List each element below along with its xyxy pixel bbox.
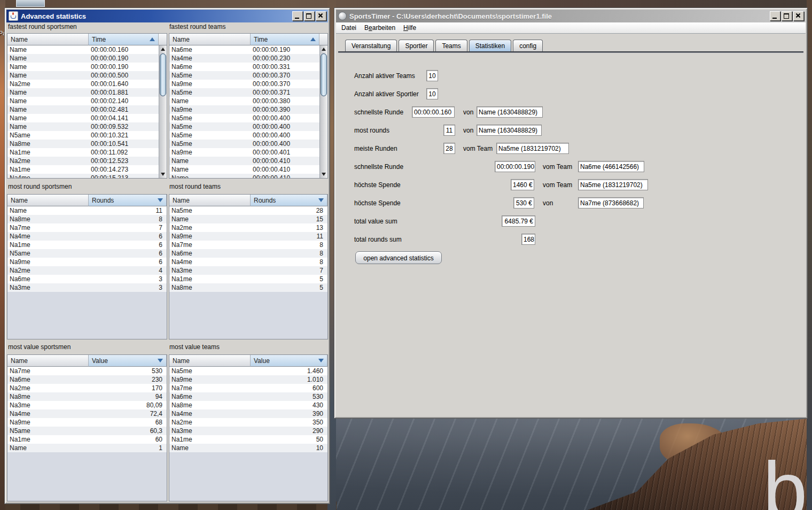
column-header-time[interactable]: Time (89, 34, 159, 45)
table-row[interactable]: Na4me8 (169, 258, 327, 266)
minimize-button[interactable] (292, 11, 303, 21)
table-row[interactable]: Na1me60 (7, 435, 167, 444)
table-row[interactable]: Na2me170 (7, 384, 167, 392)
table-row[interactable]: Na8me430 (169, 401, 327, 409)
title-bar[interactable]: SportsTimer - C:\Users\derhecht\Document… (336, 10, 806, 22)
source-field[interactable]: Na6me (466142566) (578, 161, 644, 172)
open-advanced-statistics-button[interactable]: open advanced statistics (355, 251, 442, 264)
menu-bearbeiten[interactable]: Bearbeiten (364, 23, 400, 33)
column-header-name[interactable]: Name (7, 34, 89, 45)
table-row[interactable]: Na7me8 (169, 241, 327, 249)
source-field[interactable]: Name (1630488829) (477, 106, 543, 118)
table-row[interactable]: Name1 (7, 444, 167, 452)
title-bar[interactable]: Advanced statistics (6, 10, 328, 22)
table-row[interactable]: Na9me1.010 (169, 375, 327, 384)
table-row[interactable]: Na6me530 (169, 392, 327, 401)
maximize-button[interactable] (304, 11, 315, 21)
table-row[interactable]: Name00:00:09.532 (7, 122, 159, 131)
column-header-time[interactable]: Time (251, 34, 319, 45)
table-row[interactable]: Na5me1.460 (169, 367, 327, 375)
table-row[interactable]: Name15 (169, 215, 327, 223)
close-button[interactable] (793, 11, 804, 21)
table-row[interactable]: Name10 (169, 444, 327, 452)
column-header-rounds[interactable]: Rounds (251, 195, 327, 206)
source-field[interactable]: Na7me (873668682) (578, 197, 644, 208)
menu-hilfe[interactable]: Hilfe (403, 23, 421, 33)
menu-datei[interactable]: Datei (341, 23, 361, 33)
tab-teams[interactable]: Teams (435, 40, 467, 51)
table-row[interactable]: Na1me6 (7, 241, 167, 249)
table-row[interactable]: Na7me7 (7, 223, 167, 232)
table-row[interactable]: Name00:00:00.500 (7, 71, 159, 80)
meiste-runden-field[interactable]: 28 (443, 143, 455, 154)
table-row[interactable]: N5ame6 (7, 249, 167, 258)
table-row[interactable]: Name11 (7, 206, 167, 215)
scroll-down-icon[interactable] (322, 173, 326, 176)
table-row[interactable]: Na9me00:00:00.390 (169, 105, 319, 114)
hoechste-spende-field[interactable]: 530 € (513, 197, 534, 208)
column-header-value[interactable]: Value (89, 355, 167, 367)
table-row[interactable]: Na4me00:00:15.213 (7, 174, 159, 178)
tab-config[interactable]: config (513, 40, 543, 51)
table-row[interactable]: Na5me00:00:00.400 (169, 131, 319, 140)
table-row[interactable]: Name00:00:00.190 (7, 54, 159, 63)
table-row[interactable]: Na2me350 (169, 418, 327, 427)
table-row[interactable]: Na6me3 (7, 275, 167, 283)
table-row[interactable]: Na9me00:00:00.401 (169, 148, 319, 157)
table-row[interactable]: Na6me8 (169, 249, 327, 258)
column-header-name[interactable]: Name (169, 34, 251, 45)
vertical-scrollbar[interactable] (319, 45, 327, 178)
table-row[interactable]: Na1me5 (169, 275, 327, 283)
table-row[interactable]: Na4me390 (169, 409, 327, 418)
scroll-up-icon[interactable] (161, 48, 165, 51)
table-row[interactable]: Na4me00:00:00.230 (169, 54, 319, 63)
table-row[interactable]: Na9me11 (169, 232, 327, 241)
most-rounds-field[interactable]: 11 (443, 125, 455, 136)
column-header-value[interactable]: Value (251, 355, 327, 367)
scroll-down-icon[interactable] (161, 173, 165, 176)
schnellste-runde-field[interactable]: 00:00:00.160 (412, 106, 455, 118)
source-field[interactable]: Na5me (1831219702) (578, 179, 648, 190)
table-row[interactable]: Na1me00:00:11.092 (7, 148, 159, 157)
table-row[interactable]: Na8me8 (7, 215, 167, 223)
table-row[interactable]: Na5me00:00:00.400 (169, 114, 319, 122)
source-field[interactable]: Na5me (1831219702) (496, 143, 569, 154)
scrollbar-thumb[interactable] (321, 53, 327, 96)
table-row[interactable]: Name00:00:00.380 (169, 97, 319, 105)
table-row[interactable]: Na3me80,09 (7, 401, 167, 409)
table-row[interactable]: Na4me6 (7, 232, 167, 241)
total-value-sum-field[interactable]: 6485.79 € (502, 215, 535, 227)
column-header-name[interactable]: Name (169, 355, 251, 367)
anzahl-sportler-field[interactable]: 10 (426, 88, 438, 99)
tab-veranstaltung[interactable]: Veranstaltung (345, 40, 397, 51)
tab-sportler[interactable]: Sportler (399, 40, 434, 51)
desktop-icon[interactable] (16, 0, 45, 7)
table-row[interactable]: Name00:00:00.160 (7, 45, 159, 54)
column-header-name[interactable]: Name (169, 195, 251, 206)
tab-statistiken[interactable]: Statistiken (469, 40, 511, 51)
table-row[interactable]: N5ame00:00:10.321 (7, 131, 159, 140)
table-row[interactable]: Na1me00:00:14.273 (7, 165, 159, 174)
column-header-name[interactable]: Name (7, 195, 89, 206)
table-row[interactable]: Na8me5 (169, 283, 327, 292)
table-row[interactable]: Na7me530 (7, 367, 167, 375)
table-row[interactable]: Name00:00:00.190 (7, 63, 159, 71)
table-row[interactable]: Na5me00:00:00.371 (169, 88, 319, 97)
table-row[interactable]: Na9me00:00:00.370 (169, 80, 319, 88)
column-header-rounds[interactable]: Rounds (89, 195, 167, 206)
hoechste-spende-team-field[interactable]: 1460 € (511, 179, 534, 190)
table-row[interactable]: Name00:00:00.410 (169, 174, 319, 178)
table-row[interactable]: Na2me13 (169, 223, 327, 232)
table-row[interactable]: Na3me290 (169, 427, 327, 435)
table-row[interactable]: Name00:00:04.141 (7, 114, 159, 122)
table-row[interactable]: Na6me230 (7, 375, 167, 384)
table-row[interactable]: Na3me7 (169, 266, 327, 275)
column-header-name[interactable]: Name (7, 355, 89, 367)
table-row[interactable]: Na2me00:00:01.640 (7, 80, 159, 88)
table-row[interactable]: Na9me6 (7, 258, 167, 266)
table-row[interactable]: Na5me28 (169, 206, 327, 215)
table-row[interactable]: Name00:00:02.140 (7, 97, 159, 105)
table-row[interactable]: Na2me4 (7, 266, 167, 275)
table-row[interactable]: Na5me00:00:00.400 (169, 140, 319, 148)
table-row[interactable]: Na9me68 (7, 418, 167, 427)
